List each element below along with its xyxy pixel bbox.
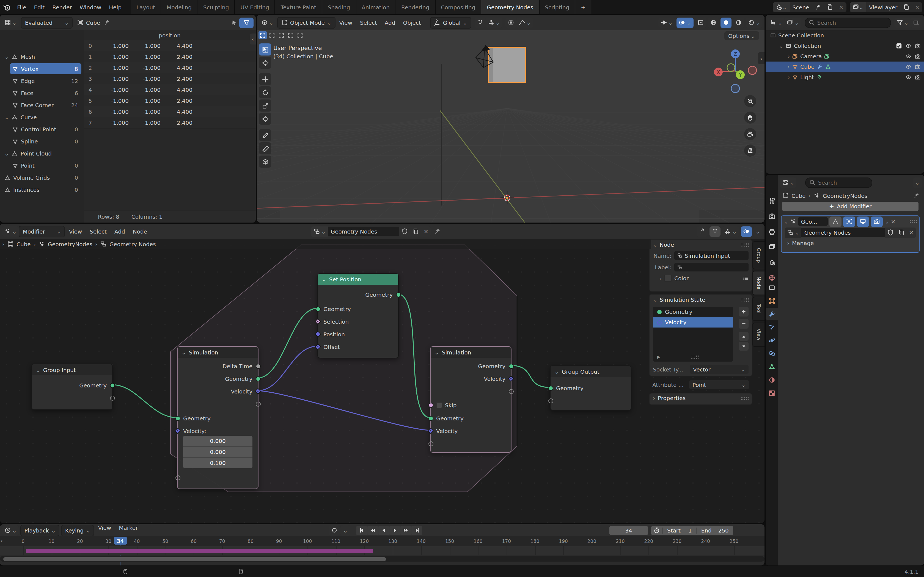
viewlayer-name[interactable]: ViewLayer — [866, 2, 900, 12]
go-to-parent-button[interactable] — [697, 226, 708, 237]
scrollbar-thumb[interactable] — [3, 557, 386, 561]
socket-geo[interactable] — [396, 292, 401, 297]
expand-arrow[interactable]: › — [653, 395, 655, 401]
panel-header[interactable]: ›Properties — [653, 395, 748, 401]
spreadsheet-tree-item-control-point[interactable]: Control Point0 — [10, 124, 81, 135]
drag-handle[interactable] — [741, 298, 748, 302]
plus-button[interactable] — [739, 307, 748, 316]
pin-icon[interactable] — [913, 192, 919, 199]
outliner-search[interactable] — [804, 17, 891, 28]
node-group-name[interactable]: Geometry Nodes — [328, 227, 400, 236]
select-mode-set[interactable] — [258, 31, 267, 39]
socket-geo[interactable] — [548, 385, 553, 390]
pin-icon[interactable] — [434, 228, 441, 235]
node-label-field[interactable] — [674, 263, 748, 271]
properties-tab-material[interactable] — [766, 374, 778, 386]
extras-dropdown[interactable]: ⌄ — [885, 218, 889, 224]
select-mode-extend[interactable] — [268, 31, 276, 39]
node-header[interactable]: ⌄Group Output — [551, 366, 631, 377]
socket-geo[interactable] — [509, 364, 514, 369]
socket-geo[interactable] — [110, 383, 115, 388]
table-row[interactable]: 31.000-1.0002.400 — [84, 73, 256, 85]
vector-component-field[interactable]: 0.100 — [183, 458, 252, 468]
new-copy-button[interactable] — [410, 226, 422, 237]
grid-ortho-button[interactable] — [744, 145, 756, 156]
annotate-tool-button[interactable] — [259, 129, 271, 141]
select-mode-invert[interactable] — [286, 31, 295, 39]
spreadsheet-tree-item-face[interactable]: Face6 — [10, 87, 81, 98]
attribute-dropdown[interactable]: Point⌄ — [689, 380, 749, 389]
overlays-dropdown[interactable]: ⌄ — [753, 226, 762, 237]
state-item-velocity[interactable]: Velocity — [653, 317, 733, 327]
gizmos-dropdown[interactable]: ⌄ — [658, 17, 675, 28]
viewport-menu-object[interactable]: Object — [399, 19, 425, 26]
properties-tab-render[interactable] — [766, 210, 778, 222]
outliner-row-light[interactable]: ›Light — [766, 72, 924, 82]
socket-boolcircle[interactable] — [428, 403, 433, 408]
add-cube-tool-button[interactable] — [259, 156, 271, 168]
panel-header[interactable]: ⌄Node — [653, 242, 748, 248]
fake-user-toggle[interactable] — [400, 226, 410, 237]
add-modifier-button[interactable]: +Add Modifier — [782, 201, 919, 211]
socket-type-dropdown[interactable]: Vector⌄ — [690, 365, 748, 374]
timeline-menu-keying[interactable]: Keying⌄ — [61, 524, 94, 536]
table-row[interactable]: 7-1.000-1.0002.400 — [84, 117, 256, 129]
xray-toggle[interactable] — [695, 17, 706, 28]
modifier-name-field[interactable]: Geo... — [798, 217, 828, 226]
socket-ext[interactable] — [548, 398, 553, 403]
node-header[interactable]: ⌄Group Input — [32, 364, 112, 376]
spreadsheet-tree-item-spline[interactable]: Spline0 — [10, 136, 81, 147]
timeline-track[interactable] — [0, 546, 764, 555]
table-row[interactable]: 6-1.000-1.0004.400 — [84, 106, 256, 118]
node-header[interactable]: ⌄Set Position — [318, 274, 398, 285]
drag-handle[interactable] — [741, 396, 748, 400]
scene-name[interactable]: Scene — [790, 2, 812, 12]
topbar-menu-edit[interactable]: Edit — [30, 0, 48, 14]
select-mode-subtract[interactable] — [277, 31, 286, 39]
photo-camera-icon[interactable] — [915, 74, 921, 80]
overlays-toggle[interactable] — [741, 226, 751, 237]
auto-key-dropdown[interactable]: ⌄ — [341, 525, 351, 535]
node-editor-menu-add[interactable]: Add — [111, 228, 129, 234]
add-workspace-button[interactable]: + — [575, 0, 591, 14]
collapse-arrow[interactable]: ⌄ — [5, 53, 9, 60]
properties-tab-texture[interactable] — [766, 387, 778, 399]
collapse-arrow[interactable]: ⌄ — [653, 297, 657, 303]
properties-tab-output[interactable] — [766, 225, 778, 237]
options-dropdown[interactable]: Options⌄ — [724, 31, 759, 40]
socket-ext[interactable] — [255, 401, 260, 406]
end-frame-field[interactable]: End250 — [696, 527, 733, 533]
editor-type-button[interactable]: ⌄ — [2, 525, 19, 535]
workspace-tab-animation[interactable]: Animation — [356, 0, 396, 14]
table-row[interactable]: 5-1.0001.0002.400 — [84, 95, 256, 106]
timeline-ruler[interactable]: 0102030405060708090100110120130140150160… — [0, 536, 764, 546]
node-editor-menu-view[interactable]: View — [65, 228, 86, 234]
scale-tool-button[interactable] — [259, 100, 271, 111]
viewport-menu-add[interactable]: Add — [381, 19, 399, 26]
proportional-toggle[interactable] — [506, 17, 517, 28]
breadcrumb-node-tree[interactable]: Geometry Nodes — [110, 241, 156, 247]
socket-ext[interactable] — [509, 389, 514, 394]
spreadsheet-tree-item-edge[interactable]: Edge12 — [10, 75, 81, 86]
collapse-arrow[interactable]: ⌄ — [653, 242, 657, 248]
workspace-tab-rendering[interactable]: Rendering — [396, 0, 435, 14]
select-box-button[interactable] — [259, 44, 271, 55]
workspace-tab-modeling[interactable]: Modeling — [161, 0, 198, 14]
breadcrumb-object[interactable]: Cube — [16, 241, 31, 247]
shading-rendered-button[interactable]: ⌄ — [746, 17, 762, 28]
timeline-menu-playback[interactable]: Playback⌄ — [21, 524, 60, 536]
workspace-tab-sculpting[interactable]: Sculpting — [198, 0, 235, 14]
expand-arrow[interactable]: › — [659, 275, 662, 281]
properties-tab-particles[interactable] — [766, 321, 778, 333]
spreadsheet-tree-item-volume-grids[interactable]: Volume Grids0 — [2, 172, 81, 183]
unlink-button[interactable]: ✕ — [907, 227, 916, 238]
manage-section[interactable]: ›Manage — [782, 238, 919, 248]
collapse-arrow[interactable]: ⌄ — [5, 150, 9, 156]
jump-to-start-button[interactable] — [356, 525, 367, 535]
table-row[interactable]: 01.0001.0004.400 — [84, 40, 256, 52]
viewport-menu-view[interactable]: View — [336, 19, 356, 26]
minus-button[interactable] — [739, 319, 748, 329]
workspace-tab-scripting[interactable]: Scripting — [539, 0, 575, 14]
workspace-tab-texture-paint[interactable]: Texture Paint — [275, 0, 322, 14]
copy-icon[interactable] — [900, 2, 912, 12]
